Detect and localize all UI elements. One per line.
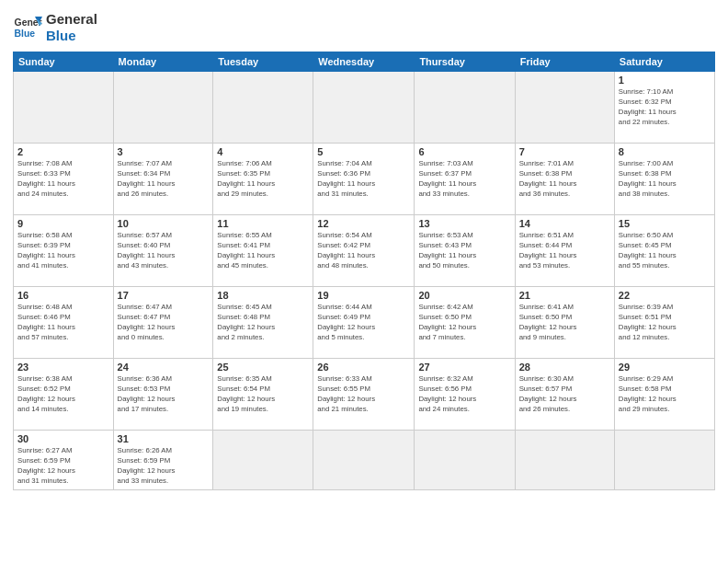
day-number: 10	[118, 218, 210, 229]
day-info: Sunrise: 6:32 AM Sunset: 6:56 PM Dayligh…	[418, 374, 510, 415]
week-row-3: 9Sunrise: 6:58 AM Sunset: 6:39 PM Daylig…	[14, 215, 715, 287]
calendar-cell: 17Sunrise: 6:47 AM Sunset: 6:47 PM Dayli…	[113, 287, 213, 359]
day-info: Sunrise: 7:00 AM Sunset: 6:38 PM Dayligh…	[619, 159, 711, 200]
day-info: Sunrise: 6:53 AM Sunset: 6:43 PM Dayligh…	[418, 231, 510, 271]
calendar-cell	[614, 431, 714, 490]
day-number: 26	[317, 362, 410, 373]
day-info: Sunrise: 6:54 AM Sunset: 6:42 PM Dayligh…	[317, 231, 410, 271]
day-number: 24	[118, 362, 210, 373]
calendar-cell	[515, 431, 614, 490]
calendar-cell	[213, 72, 313, 144]
day-number: 16	[17, 290, 109, 301]
svg-text:Blue: Blue	[15, 29, 36, 39]
day-number: 29	[619, 362, 711, 373]
calendar-cell	[515, 72, 614, 144]
day-info: Sunrise: 6:33 AM Sunset: 6:55 PM Dayligh…	[317, 374, 410, 415]
calendar-cell: 27Sunrise: 6:32 AM Sunset: 6:56 PM Dayli…	[415, 359, 515, 431]
calendar-cell: 6Sunrise: 7:03 AM Sunset: 6:37 PM Daylig…	[415, 144, 515, 215]
calendar-cell: 21Sunrise: 6:41 AM Sunset: 6:50 PM Dayli…	[515, 287, 614, 359]
day-number: 6	[418, 146, 510, 157]
day-info: Sunrise: 6:57 AM Sunset: 6:40 PM Dayligh…	[118, 231, 210, 271]
day-number: 19	[317, 290, 410, 301]
calendar-cell: 16Sunrise: 6:48 AM Sunset: 6:46 PM Dayli…	[14, 287, 114, 359]
calendar-page: General Blue General Blue SundayMondayTu…	[0, 0, 728, 563]
calendar-cell	[14, 72, 114, 144]
calendar-cell: 7Sunrise: 7:01 AM Sunset: 6:38 PM Daylig…	[515, 144, 614, 215]
calendar-cell	[313, 72, 415, 144]
day-info: Sunrise: 7:06 AM Sunset: 6:35 PM Dayligh…	[217, 159, 309, 200]
calendar-cell: 19Sunrise: 6:44 AM Sunset: 6:49 PM Dayli…	[313, 287, 415, 359]
day-number: 5	[317, 146, 410, 157]
day-number: 27	[418, 362, 510, 373]
calendar-cell	[415, 431, 515, 490]
calendar-cell: 15Sunrise: 6:50 AM Sunset: 6:45 PM Dayli…	[614, 215, 714, 287]
day-number: 23	[17, 362, 109, 373]
day-number: 4	[217, 146, 309, 157]
day-info: Sunrise: 6:26 AM Sunset: 6:59 PM Dayligh…	[118, 446, 210, 487]
calendar-cell: 18Sunrise: 6:45 AM Sunset: 6:48 PM Dayli…	[213, 287, 313, 359]
header: General Blue General Blue	[13, 11, 715, 44]
day-info: Sunrise: 7:07 AM Sunset: 6:34 PM Dayligh…	[118, 159, 210, 200]
calendar-cell	[415, 72, 515, 144]
day-number: 11	[217, 218, 309, 229]
day-number: 1	[619, 75, 711, 86]
day-number: 14	[519, 218, 610, 229]
calendar-cell	[313, 431, 415, 490]
day-number: 7	[519, 146, 610, 157]
day-number: 25	[217, 362, 309, 373]
weekday-header-friday: Friday	[515, 52, 614, 72]
weekday-header-monday: Monday	[113, 52, 213, 72]
day-number: 18	[217, 290, 309, 301]
weekday-header-row: SundayMondayTuesdayWednesdayThursdayFrid…	[14, 52, 715, 72]
calendar-cell: 29Sunrise: 6:29 AM Sunset: 6:58 PM Dayli…	[614, 359, 714, 431]
day-number: 3	[118, 146, 210, 157]
calendar-cell: 14Sunrise: 6:51 AM Sunset: 6:44 PM Dayli…	[515, 215, 614, 287]
calendar-cell: 22Sunrise: 6:39 AM Sunset: 6:51 PM Dayli…	[614, 287, 714, 359]
day-number: 21	[519, 290, 610, 301]
day-info: Sunrise: 6:39 AM Sunset: 6:51 PM Dayligh…	[619, 303, 711, 343]
day-number: 12	[317, 218, 410, 229]
weekday-header-tuesday: Tuesday	[213, 52, 313, 72]
day-info: Sunrise: 6:27 AM Sunset: 6:59 PM Dayligh…	[17, 446, 109, 487]
calendar-cell: 2Sunrise: 7:08 AM Sunset: 6:33 PM Daylig…	[14, 144, 114, 215]
calendar-cell: 8Sunrise: 7:00 AM Sunset: 6:38 PM Daylig…	[614, 144, 714, 215]
calendar-cell: 3Sunrise: 7:07 AM Sunset: 6:34 PM Daylig…	[113, 144, 213, 215]
calendar-cell: 28Sunrise: 6:30 AM Sunset: 6:57 PM Dayli…	[515, 359, 614, 431]
day-info: Sunrise: 6:55 AM Sunset: 6:41 PM Dayligh…	[217, 231, 309, 271]
week-row-2: 2Sunrise: 7:08 AM Sunset: 6:33 PM Daylig…	[14, 144, 715, 215]
week-row-6: 30Sunrise: 6:27 AM Sunset: 6:59 PM Dayli…	[14, 431, 715, 490]
weekday-header-saturday: Saturday	[614, 52, 714, 72]
day-number: 2	[17, 146, 109, 157]
calendar-cell: 20Sunrise: 6:42 AM Sunset: 6:50 PM Dayli…	[415, 287, 515, 359]
calendar-cell: 10Sunrise: 6:57 AM Sunset: 6:40 PM Dayli…	[113, 215, 213, 287]
day-number: 20	[418, 290, 510, 301]
calendar-cell: 12Sunrise: 6:54 AM Sunset: 6:42 PM Dayli…	[313, 215, 415, 287]
calendar-cell: 25Sunrise: 6:35 AM Sunset: 6:54 PM Dayli…	[213, 359, 313, 431]
day-info: Sunrise: 7:10 AM Sunset: 6:32 PM Dayligh…	[619, 87, 711, 128]
day-number: 31	[118, 433, 210, 444]
day-info: Sunrise: 6:47 AM Sunset: 6:47 PM Dayligh…	[118, 303, 210, 343]
day-info: Sunrise: 6:51 AM Sunset: 6:44 PM Dayligh…	[519, 231, 610, 271]
calendar-cell: 31Sunrise: 6:26 AM Sunset: 6:59 PM Dayli…	[113, 431, 213, 490]
day-info: Sunrise: 6:48 AM Sunset: 6:46 PM Dayligh…	[17, 303, 109, 343]
day-number: 8	[619, 146, 711, 157]
calendar-cell: 24Sunrise: 6:36 AM Sunset: 6:53 PM Dayli…	[113, 359, 213, 431]
day-info: Sunrise: 6:29 AM Sunset: 6:58 PM Dayligh…	[619, 374, 711, 415]
calendar-cell	[113, 72, 213, 144]
calendar-cell: 5Sunrise: 7:04 AM Sunset: 6:36 PM Daylig…	[313, 144, 415, 215]
weekday-header-thursday: Thursday	[415, 52, 515, 72]
calendar-cell	[213, 431, 313, 490]
week-row-5: 23Sunrise: 6:38 AM Sunset: 6:52 PM Dayli…	[14, 359, 715, 431]
weekday-header-sunday: Sunday	[14, 52, 114, 72]
calendar-cell: 26Sunrise: 6:33 AM Sunset: 6:55 PM Dayli…	[313, 359, 415, 431]
day-info: Sunrise: 6:30 AM Sunset: 6:57 PM Dayligh…	[519, 374, 610, 415]
day-info: Sunrise: 6:50 AM Sunset: 6:45 PM Dayligh…	[619, 231, 711, 271]
day-info: Sunrise: 6:36 AM Sunset: 6:53 PM Dayligh…	[118, 374, 210, 415]
day-info: Sunrise: 6:41 AM Sunset: 6:50 PM Dayligh…	[519, 303, 610, 343]
day-number: 30	[17, 433, 109, 444]
day-info: Sunrise: 6:35 AM Sunset: 6:54 PM Dayligh…	[217, 374, 309, 415]
calendar-cell: 1Sunrise: 7:10 AM Sunset: 6:32 PM Daylig…	[614, 72, 714, 144]
calendar-cell: 9Sunrise: 6:58 AM Sunset: 6:39 PM Daylig…	[14, 215, 114, 287]
week-row-1: 1Sunrise: 7:10 AM Sunset: 6:32 PM Daylig…	[14, 72, 715, 144]
calendar-cell: 23Sunrise: 6:38 AM Sunset: 6:52 PM Dayli…	[14, 359, 114, 431]
